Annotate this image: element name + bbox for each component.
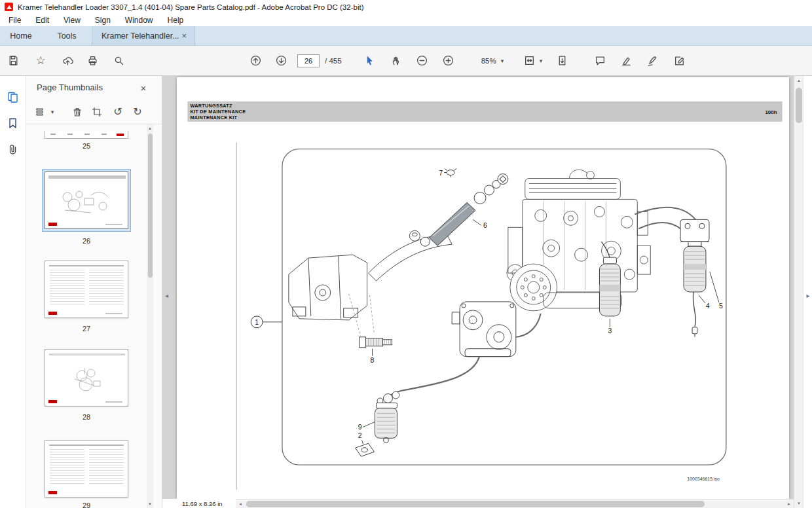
panel-close-button[interactable]: × (136, 81, 151, 95)
menu-sign[interactable]: Sign (88, 16, 118, 25)
thumbnail-page-26-selected[interactable] (42, 169, 131, 232)
crop-pages-button[interactable] (88, 103, 105, 120)
page-number-input[interactable] (297, 54, 320, 67)
horizontal-scrollbar[interactable]: 11.69 x 8.26 in ◄ ► (162, 499, 794, 508)
menu-bar: File Edit View Sign Window Help (0, 14, 812, 26)
crop-icon (92, 107, 102, 117)
star-favorite-button[interactable]: ☆ (31, 51, 50, 71)
thumbnail-content (45, 172, 128, 229)
svg-text:8: 8 (371, 357, 375, 364)
page-thumbnails-panel-button[interactable] (4, 88, 22, 106)
svg-text:7: 7 (439, 170, 443, 177)
navigation-rail (0, 76, 26, 508)
pages-icon (7, 91, 19, 103)
fit-width-icon (524, 55, 535, 66)
comment-button[interactable] (590, 51, 610, 71)
star-icon: ☆ (35, 55, 45, 66)
scrollbar-thumb[interactable] (796, 88, 802, 123)
print-button[interactable] (83, 51, 102, 71)
pump-illustration (452, 302, 516, 357)
scroll-up-icon[interactable]: ▲ (147, 124, 153, 132)
pdf-page: WARTUNGSSATZ KIT DE MAINTENANCE MAINTENA… (177, 77, 789, 499)
thumbnail-footer (105, 401, 122, 403)
scroll-down-icon[interactable]: ▼ (794, 499, 803, 508)
vertical-scrollbar[interactable]: ▲ ▼ (794, 76, 803, 508)
thumbnail-page-28[interactable] (45, 349, 128, 407)
scroll-down-icon[interactable]: ▼ (147, 500, 153, 508)
zoom-out-button[interactable] (412, 51, 432, 71)
next-page-button[interactable] (271, 51, 291, 71)
scroll-right-icon[interactable]: ► (784, 499, 794, 508)
figure-reference: 1000346615.iso (687, 477, 720, 481)
delete-pages-button[interactable] (69, 103, 86, 120)
chevron-down-icon[interactable]: ▾ (51, 109, 54, 115)
save-button[interactable] (3, 51, 23, 71)
fit-width-button[interactable] (519, 51, 539, 71)
edit-pdf-button[interactable] (669, 51, 689, 71)
thumbnails-scrollbar[interactable]: ▲ ▼ (147, 124, 153, 508)
thumbnail-page-26[interactable] (45, 172, 128, 229)
zoom-level-value: 85% (481, 57, 496, 65)
fuel-filter-illustration (635, 208, 709, 337)
menu-window[interactable]: Window (118, 16, 160, 25)
cap-illustration (445, 169, 456, 177)
scroll-up-icon[interactable]: ▲ (794, 76, 803, 85)
previous-page-button[interactable] (246, 51, 265, 71)
attachments-panel-button[interactable] (4, 140, 22, 158)
search-button[interactable] (109, 51, 128, 71)
svg-text:9: 9 (358, 424, 362, 431)
thumbnail-options-button[interactable] (32, 103, 49, 120)
highlighter-icon (621, 55, 632, 66)
rotate-right-button[interactable]: ↻ (129, 103, 146, 120)
hose-illustration (388, 357, 479, 398)
select-tool-button[interactable] (360, 51, 379, 71)
thumbnail-page-27[interactable] (45, 261, 128, 318)
menu-help[interactable]: Help (160, 16, 191, 25)
menu-file[interactable]: File (1, 16, 28, 25)
hand-tool-button[interactable] (386, 51, 405, 71)
tab-close-icon[interactable]: × (180, 31, 188, 41)
expand-panel-handle[interactable]: ▸ (803, 287, 812, 304)
collapse-panel-handle[interactable]: ◂ (162, 287, 171, 304)
scrollbar-thumb[interactable] (246, 501, 705, 507)
bookmarks-panel-button[interactable] (4, 114, 22, 132)
tab-home[interactable]: Home (0, 26, 42, 45)
menu-view[interactable]: View (56, 16, 88, 25)
callout-5: 5 (710, 272, 723, 310)
rotate-left-button[interactable]: ↺ (109, 103, 126, 120)
list-options-icon (35, 107, 46, 117)
thumbnail-page-29[interactable] (45, 440, 128, 498)
page-header-band (187, 101, 782, 122)
header-line-fr: KIT DE MAINTENANCE (190, 109, 246, 115)
zoom-level-dropdown[interactable]: 85% ▾ (471, 57, 513, 65)
scroll-left-icon[interactable]: ◄ (236, 499, 245, 508)
scrollbar-thumb[interactable] (148, 134, 153, 278)
fill-sign-button[interactable] (642, 51, 662, 71)
svg-text:5: 5 (719, 302, 723, 310)
scrolling-mode-button[interactable] (552, 51, 572, 71)
thumbnail-footer (105, 313, 122, 314)
menu-edit[interactable]: Edit (28, 16, 56, 25)
highlight-button[interactable] (616, 51, 636, 71)
chevron-down-icon[interactable]: ▾ (540, 58, 543, 64)
pencil-square-icon (674, 55, 685, 66)
thumbnail-content (45, 350, 128, 407)
svg-text:6: 6 (483, 222, 487, 229)
minus-circle-icon (416, 55, 428, 66)
bookmark-icon (7, 117, 19, 130)
callout-8: 8 (371, 349, 375, 364)
tab-document[interactable]: Kramer Telehandler... × (92, 26, 195, 45)
arrow-up-icon (250, 55, 261, 66)
cylinder-illustration (420, 174, 508, 247)
zoom-in-button[interactable] (438, 51, 458, 71)
svg-text:3: 3 (608, 327, 612, 335)
tab-tools[interactable]: Tools (42, 26, 92, 45)
callout-3: 3 (608, 319, 612, 335)
thumbnail-page-25[interactable] (45, 131, 128, 139)
cursor-icon (364, 55, 375, 66)
arrow-down-icon (276, 55, 287, 66)
thumbnail-table-column (89, 270, 124, 306)
plus-circle-icon (443, 55, 454, 66)
rotate-cw-icon: ↻ (133, 107, 141, 117)
share-button[interactable] (58, 51, 77, 71)
